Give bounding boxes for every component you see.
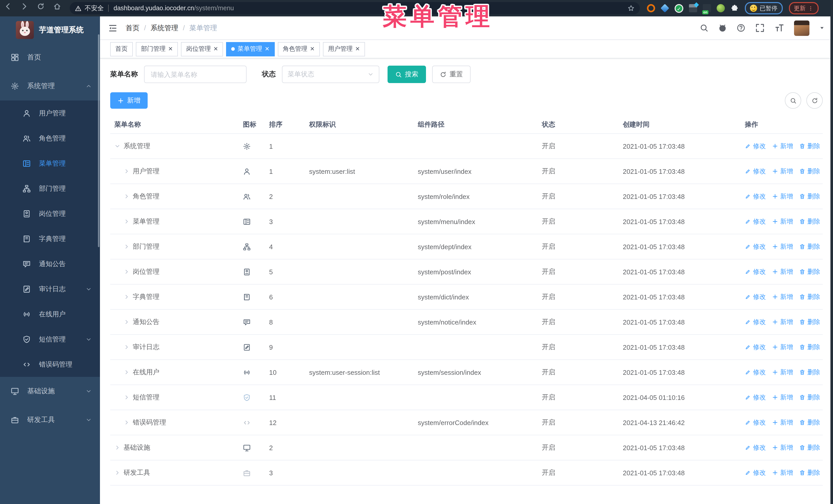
action-add-link[interactable]: 新增 [772,192,793,201]
action-delete-link[interactable]: 删除 [799,292,820,301]
sidebar-item-log[interactable]: 审计日志 [0,277,100,302]
sidebar-item-users[interactable]: 角色管理 [0,126,100,151]
action-delete-link[interactable]: 删除 [799,217,820,226]
action-edit-link[interactable]: 修改 [745,192,766,201]
extension-proxy-icon[interactable]: on [703,4,711,12]
expand-right-icon[interactable] [123,168,130,174]
help-icon[interactable] [737,24,745,32]
sidebar-item-dashboard[interactable]: 首页 [0,43,100,72]
sidebar-item-tool[interactable]: 研发工具 [0,406,100,434]
expand-right-icon[interactable] [123,243,130,250]
action-delete-link[interactable]: 删除 [799,142,820,150]
reset-button[interactable]: 重置 [432,66,471,83]
tab-角色管理[interactable]: 角色管理 ✕ [278,42,319,56]
action-add-link[interactable]: 新增 [772,292,793,301]
expand-right-icon[interactable] [114,445,120,451]
action-add-link[interactable]: 新增 [772,142,793,150]
action-add-link[interactable]: 新增 [772,469,793,477]
close-icon[interactable]: ✕ [355,46,360,52]
action-add-link[interactable]: 新增 [772,217,793,226]
tab-部门管理[interactable]: 部门管理 ✕ [136,42,178,56]
browser-back-button[interactable] [4,3,15,14]
sidebar-item-code[interactable]: 错误码管理 [0,352,100,377]
user-avatar[interactable] [794,20,809,35]
action-add-link[interactable]: 新增 [772,242,793,251]
avatar-caret-icon[interactable] [819,25,825,31]
action-edit-link[interactable]: 修改 [745,393,766,402]
action-edit-link[interactable]: 修改 [745,318,766,326]
expand-right-icon[interactable] [123,419,130,426]
action-edit-link[interactable]: 修改 [745,368,766,377]
extension-tabs-icon[interactable] [689,4,697,12]
sidebar-item-sms[interactable]: 短信管理 [0,327,100,352]
extensions-puzzle-icon[interactable] [731,4,739,12]
sidebar-logo[interactable]: 芋道管理系统 [0,17,100,43]
add-button[interactable]: 新增 [110,92,148,109]
expand-right-icon[interactable] [123,369,130,375]
close-icon[interactable]: ✕ [310,46,314,52]
action-edit-link[interactable]: 修改 [745,418,766,427]
tab-用户管理[interactable]: 用户管理 ✕ [323,42,365,56]
action-edit-link[interactable]: 修改 [745,443,766,452]
action-edit-link[interactable]: 修改 [745,469,766,477]
sidebar-item-monitor[interactable]: 基础设施 [0,377,100,406]
action-add-link[interactable]: 新增 [772,393,793,402]
action-delete-link[interactable]: 删除 [799,368,820,377]
menu-name-input[interactable] [144,66,246,83]
sidebar-item-dict[interactable]: 字典管理 [0,226,100,251]
breadcrumb-item[interactable]: 首页 [125,23,139,32]
font-size-icon[interactable] [775,23,784,33]
sidebar-item-post[interactable]: 岗位管理 [0,201,100,226]
action-add-link[interactable]: 新增 [772,418,793,427]
action-edit-link[interactable]: 修改 [745,142,766,150]
tab-菜单管理[interactable]: 菜单管理 ✕ [226,42,275,56]
tab-岗位管理[interactable]: 岗位管理 ✕ [181,42,223,56]
action-edit-link[interactable]: 修改 [745,343,766,352]
extension-orange-icon[interactable] [647,4,655,12]
extension-gem-icon[interactable] [661,4,669,12]
extension-monkey-icon[interactable] [717,4,725,12]
extension-check-icon[interactable]: ✓ [674,4,683,13]
action-delete-link[interactable]: 删除 [799,242,820,251]
sidebar-collapse-button[interactable] [108,23,117,32]
action-delete-link[interactable]: 删除 [799,469,820,477]
header-search-icon[interactable] [700,24,709,32]
action-delete-link[interactable]: 删除 [799,418,820,427]
github-icon[interactable] [718,24,727,32]
action-add-link[interactable]: 新增 [772,318,793,326]
expand-right-icon[interactable] [123,269,130,275]
action-edit-link[interactable]: 修改 [745,267,766,276]
action-add-link[interactable]: 新增 [772,368,793,377]
action-delete-link[interactable]: 删除 [799,267,820,276]
close-icon[interactable]: ✕ [265,46,269,52]
fullscreen-icon[interactable] [755,23,765,33]
expand-down-icon[interactable] [114,143,120,149]
status-select[interactable]: 菜单状态 [282,66,379,83]
action-edit-link[interactable]: 修改 [745,167,766,175]
sidebar-item-menu[interactable]: 菜单管理 [0,151,100,176]
browser-home-button[interactable] [53,3,65,14]
action-edit-link[interactable]: 修改 [745,292,766,301]
browser-forward-button[interactable] [21,3,32,14]
expand-right-icon[interactable] [123,319,130,325]
action-add-link[interactable]: 新增 [772,443,793,452]
toggle-search-button[interactable] [785,92,801,109]
update-button[interactable]: 更新 [789,2,818,14]
action-add-link[interactable]: 新增 [772,267,793,276]
expand-right-icon[interactable] [123,294,130,300]
action-delete-link[interactable]: 删除 [799,167,820,175]
refresh-table-button[interactable] [806,92,823,109]
sidebar-item-tree[interactable]: 部门管理 [0,176,100,201]
action-edit-link[interactable]: 修改 [745,242,766,251]
browser-reload-button[interactable] [37,3,48,14]
action-add-link[interactable]: 新增 [772,167,793,175]
page-scrollbar[interactable] [830,0,833,504]
action-delete-link[interactable]: 删除 [799,393,820,402]
sidebar-item-notice[interactable]: 通知公告 [0,251,100,277]
close-icon[interactable]: ✕ [168,46,173,52]
expand-right-icon[interactable] [123,193,130,199]
paused-badge[interactable]: 已暂停 [745,2,783,14]
sidebar-item-user[interactable]: 用户管理 [0,100,100,126]
sidebar-item-gear[interactable]: 系统管理 [0,72,100,100]
action-delete-link[interactable]: 删除 [799,192,820,201]
